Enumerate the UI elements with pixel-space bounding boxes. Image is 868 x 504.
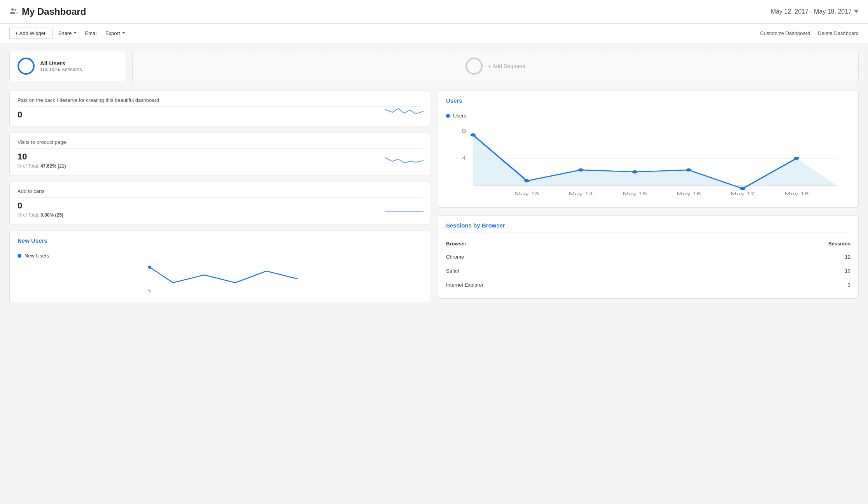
sparkline-1: [385, 102, 424, 118]
share-button[interactable]: Share: [54, 28, 81, 38]
add-widget-button[interactable]: + Add Widget: [9, 28, 51, 39]
table-row: Chrome12: [446, 250, 850, 264]
metric-card-2: Visits to product page 10 % of Total: 47…: [9, 133, 430, 175]
two-col-layout: Pats on the back I deserve for creating …: [9, 91, 859, 302]
toolbar: + Add Widget Share Email Export Customiz…: [0, 24, 868, 43]
sessions-by-browser-card: Sessions by Browser Browser Sessions Chr…: [438, 215, 859, 299]
metric-card-1: Pats on the back I deserve for creating …: [9, 91, 430, 126]
date-range[interactable]: May 12, 2017 - May 18, 2017: [771, 8, 859, 15]
svg-text:May 13: May 13: [515, 191, 539, 196]
segment-name: All Users: [40, 60, 82, 66]
add-segment-icon: [466, 58, 483, 75]
svg-text:May 14: May 14: [569, 191, 593, 196]
segment-bar: All Users 100.00% Sessions + Add Segment: [9, 51, 859, 81]
svg-text:May 18: May 18: [784, 191, 808, 196]
new-users-title: New Users: [18, 237, 422, 248]
header-left: My Dashboard: [9, 6, 86, 17]
metric-2-label: Visits to product page: [18, 139, 422, 149]
metric-2-value: 10: [18, 152, 422, 162]
browser-cell: Chrome: [446, 250, 700, 264]
metric-3-label: Add to carts: [18, 188, 422, 198]
svg-point-18: [740, 187, 746, 190]
svg-text:May 16: May 16: [677, 191, 701, 196]
svg-text:8: 8: [461, 128, 466, 134]
toolbar-right: Customize Dashboard Delete Dashboard: [760, 30, 859, 36]
users-line-chart: 8 4: [446, 123, 850, 201]
main-content: All Users 100.00% Sessions + Add Segment…: [0, 43, 868, 310]
users-chart-title: Users: [446, 97, 850, 108]
users-chart-card: Users Users 8 4: [438, 91, 859, 208]
browser-cell: Internet Explorer: [446, 278, 700, 292]
metric-3-value: 0: [18, 201, 422, 211]
sessions-table: Browser Sessions Chrome12Safari10Interne…: [446, 238, 850, 292]
svg-text:May 15: May 15: [623, 191, 647, 196]
svg-point-5: [148, 266, 151, 269]
new-users-card: New Users New Users 5: [9, 231, 430, 302]
table-row: Safari10: [446, 264, 850, 278]
svg-point-13: [470, 133, 476, 136]
svg-text:May 17: May 17: [730, 191, 754, 196]
svg-point-16: [632, 170, 637, 173]
svg-point-0: [11, 8, 14, 10]
add-segment-label: + Add Segment: [488, 63, 525, 69]
sessions-by-browser-title: Sessions by Browser: [446, 222, 850, 233]
active-segment-card[interactable]: All Users 100.00% Sessions: [9, 51, 126, 81]
browser-cell: Safari: [446, 264, 700, 278]
svg-point-15: [578, 168, 584, 172]
users-chart-legend-label: Users: [453, 113, 466, 119]
metric-2-sub: % of Total: 47.62% (21): [18, 163, 422, 169]
svg-marker-3: [122, 32, 125, 34]
svg-point-14: [524, 179, 530, 182]
metric-3-sub: % of Total: 0.00% (25): [18, 212, 422, 218]
svg-point-19: [794, 157, 799, 160]
svg-point-1: [14, 9, 16, 11]
users-chart-legend: Users: [446, 113, 850, 119]
export-button[interactable]: Export: [102, 28, 130, 38]
add-segment-card[interactable]: + Add Segment: [132, 51, 859, 81]
delete-dashboard-link[interactable]: Delete Dashboard: [818, 30, 859, 36]
new-users-legend: New Users: [18, 253, 422, 259]
svg-text:...: ...: [470, 191, 476, 196]
date-range-text: May 12, 2017 - May 18, 2017: [771, 8, 852, 15]
metric-1-value: 0: [18, 110, 422, 120]
col-sessions: Sessions: [700, 238, 850, 250]
sessions-cell: 3: [700, 278, 850, 292]
table-row: Internet Explorer3: [446, 278, 850, 292]
email-button[interactable]: Email: [81, 28, 102, 38]
users-icon: [9, 7, 18, 17]
left-column: Pats on the back I deserve for creating …: [9, 91, 430, 302]
users-chart-legend-dot: [446, 114, 450, 118]
export-dropdown-arrow: [122, 30, 126, 36]
sparkline-2: [385, 150, 424, 167]
date-range-dropdown-arrow: [854, 10, 859, 13]
sessions-cell: 10: [700, 264, 850, 278]
segment-sessions: 100.00% Sessions: [40, 66, 82, 72]
svg-text:5: 5: [148, 288, 151, 294]
metric-1-label: Pats on the back I deserve for creating …: [18, 97, 422, 107]
svg-marker-2: [74, 32, 76, 34]
sessions-cell: 12: [700, 250, 850, 264]
segment-circle-icon: [18, 58, 35, 75]
right-column: Users Users 8 4: [438, 91, 859, 302]
sparkline-3: [385, 200, 424, 216]
customize-dashboard-link[interactable]: Customize Dashboard: [760, 30, 810, 36]
header: My Dashboard May 12, 2017 - May 18, 2017: [0, 0, 868, 24]
share-dropdown-arrow: [73, 30, 77, 36]
new-users-legend-dot: [18, 254, 21, 258]
toolbar-left: + Add Widget Share Email Export: [9, 28, 130, 39]
page-title: My Dashboard: [22, 6, 86, 17]
svg-point-17: [686, 168, 691, 172]
metric-card-3: Add to carts 0 % of Total: 0.00% (25): [9, 182, 430, 224]
svg-text:4: 4: [461, 155, 466, 161]
new-users-chart: 5: [18, 263, 422, 294]
col-browser: Browser: [446, 238, 700, 250]
toolbar-separator: [52, 28, 53, 39]
new-users-legend-label: New Users: [24, 253, 49, 259]
